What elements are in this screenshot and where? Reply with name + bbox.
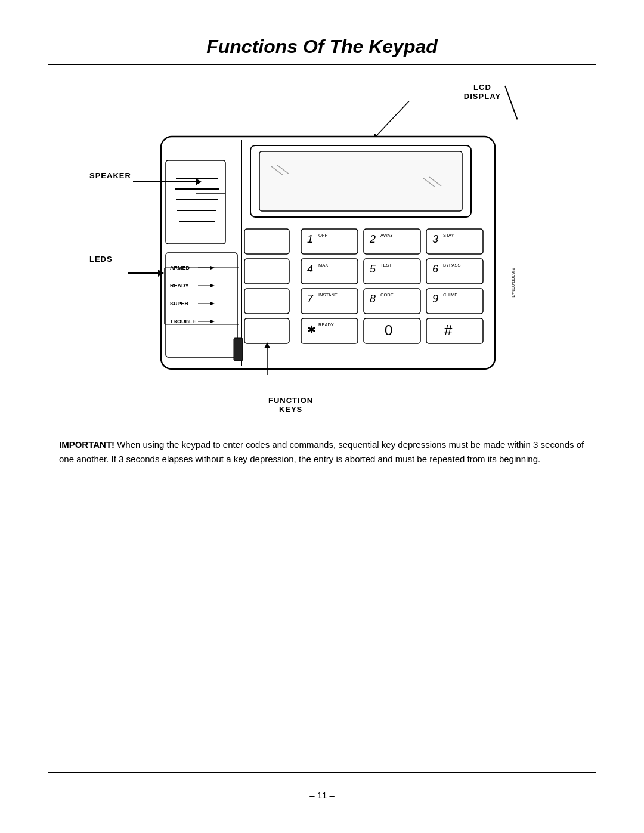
- important-text: When using the keypad to enter codes and…: [59, 439, 584, 464]
- svg-text:1: 1: [307, 233, 313, 245]
- svg-text:3: 3: [432, 233, 438, 245]
- svg-rect-3: [166, 160, 225, 244]
- speaker-arrowhead: [196, 178, 202, 185]
- svg-text:5: 5: [370, 263, 376, 275]
- svg-text:CHIME: CHIME: [443, 292, 457, 298]
- svg-rect-31: [244, 289, 289, 314]
- diagram-section: LCDDISPLAY SPEAKER LEDS: [48, 83, 596, 417]
- svg-text:0: 0: [385, 322, 392, 338]
- svg-text:6: 6: [432, 263, 439, 275]
- page-container: Functions Of The Keypad LCDDISPLAY SPEAK…: [0, 0, 644, 833]
- svg-rect-32: [244, 318, 289, 343]
- svg-text:9: 9: [432, 293, 438, 305]
- svg-text:TEST: TEST: [380, 262, 392, 268]
- svg-line-0: [376, 101, 423, 137]
- svg-text:#: #: [444, 322, 453, 338]
- lcd-display-label: LCDDISPLAY: [464, 83, 501, 101]
- svg-text:SUPER: SUPER: [170, 301, 189, 306]
- svg-text:8: 8: [370, 293, 376, 305]
- leds-line: [128, 272, 161, 274]
- svg-text:2: 2: [369, 233, 376, 245]
- keypad-diagram: ARMED READY SUPER TROUBLE: [125, 101, 519, 405]
- svg-text:READY: READY: [318, 322, 334, 327]
- leds-label: LEDS: [89, 255, 113, 264]
- svg-text:STAY: STAY: [443, 233, 454, 238]
- svg-text:BYPASS: BYPASS: [443, 262, 460, 268]
- page-number: – 11 –: [309, 790, 335, 800]
- svg-text:6160CR-003-V1: 6160CR-003-V1: [511, 268, 515, 298]
- important-bold: IMPORTANT!: [59, 439, 114, 450]
- svg-text:✱: ✱: [307, 324, 316, 336]
- svg-rect-10: [259, 151, 462, 211]
- svg-rect-70: [234, 338, 243, 361]
- svg-text:CODE: CODE: [380, 292, 394, 298]
- diagram-wrapper: LCDDISPLAY SPEAKER LEDS: [89, 83, 555, 417]
- leds-arrowhead: [158, 270, 164, 277]
- svg-text:READY: READY: [170, 283, 189, 289]
- svg-rect-69: [301, 349, 483, 366]
- svg-text:7: 7: [307, 293, 314, 305]
- svg-rect-67: [426, 318, 483, 343]
- svg-text:OFF: OFF: [318, 233, 327, 238]
- page-title: Functions Of The Keypad: [48, 36, 596, 65]
- svg-text:TROUBLE: TROUBLE: [170, 318, 196, 324]
- svg-text:MAX: MAX: [318, 262, 328, 268]
- svg-text:AWAY: AWAY: [380, 233, 393, 238]
- svg-text:INSTANT: INSTANT: [318, 292, 338, 298]
- important-note-box: IMPORTANT! When using the keypad to ente…: [48, 429, 596, 475]
- svg-text:4: 4: [307, 263, 313, 275]
- svg-rect-29: [244, 229, 289, 254]
- speaker-arrow: [133, 181, 199, 182]
- function-keys-label: FUNCTIONKEYS: [268, 396, 313, 414]
- bottom-border: [48, 772, 596, 773]
- svg-rect-30: [244, 259, 289, 284]
